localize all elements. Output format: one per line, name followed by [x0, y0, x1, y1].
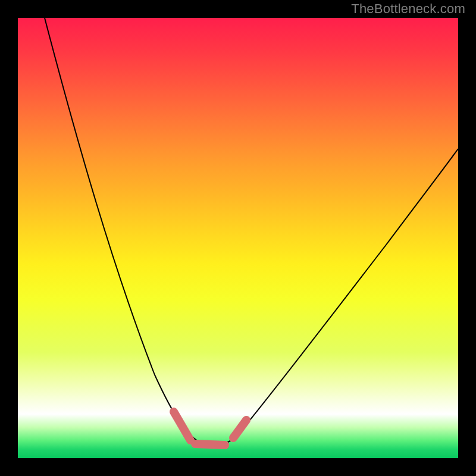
highlight-region: [174, 412, 246, 445]
highlight-left: [174, 412, 190, 440]
watermark-text: TheBottleneck.com: [351, 1, 465, 17]
plot-area: [18, 18, 458, 458]
bottleneck-curve: [45, 18, 458, 446]
highlight-right: [233, 420, 246, 438]
highlight-bottom: [195, 444, 225, 445]
plot-svg: [18, 18, 458, 458]
chart-frame: TheBottleneck.com: [0, 0, 476, 476]
